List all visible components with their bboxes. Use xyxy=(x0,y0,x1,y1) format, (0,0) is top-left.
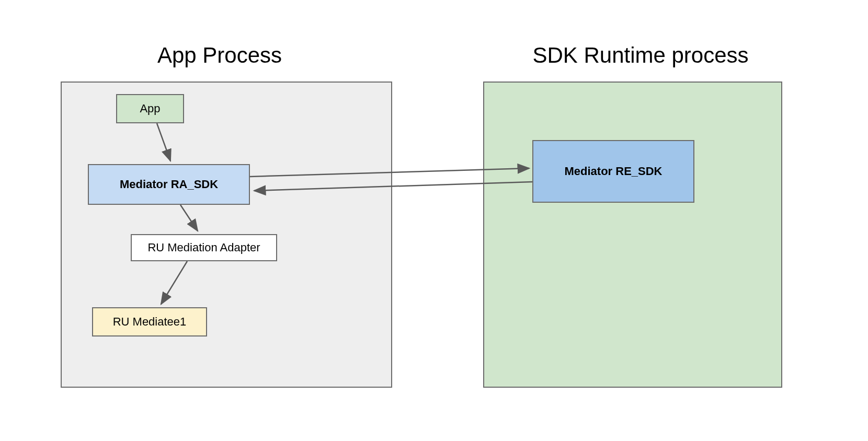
ru-mediatee1-label: RU Mediatee1 xyxy=(113,315,187,329)
app-box: App xyxy=(116,94,184,123)
mediator-re-sdk-box: Mediator RE_SDK xyxy=(532,140,694,203)
mediator-ra-sdk-label: Mediator RA_SDK xyxy=(120,178,218,191)
app-label: App xyxy=(140,102,160,115)
ru-mediatee1-box: RU Mediatee1 xyxy=(92,307,207,336)
mediator-ra-sdk-box: Mediator RA_SDK xyxy=(88,164,250,205)
mediator-re-sdk-label: Mediator RE_SDK xyxy=(564,165,662,178)
sdk-runtime-title: SDK Runtime process xyxy=(484,43,797,68)
ru-mediation-adapter-label: RU Mediation Adapter xyxy=(147,241,260,254)
sdk-runtime-container xyxy=(483,82,782,388)
ru-mediation-adapter-box: RU Mediation Adapter xyxy=(131,234,277,261)
app-process-title: App Process xyxy=(115,43,324,68)
